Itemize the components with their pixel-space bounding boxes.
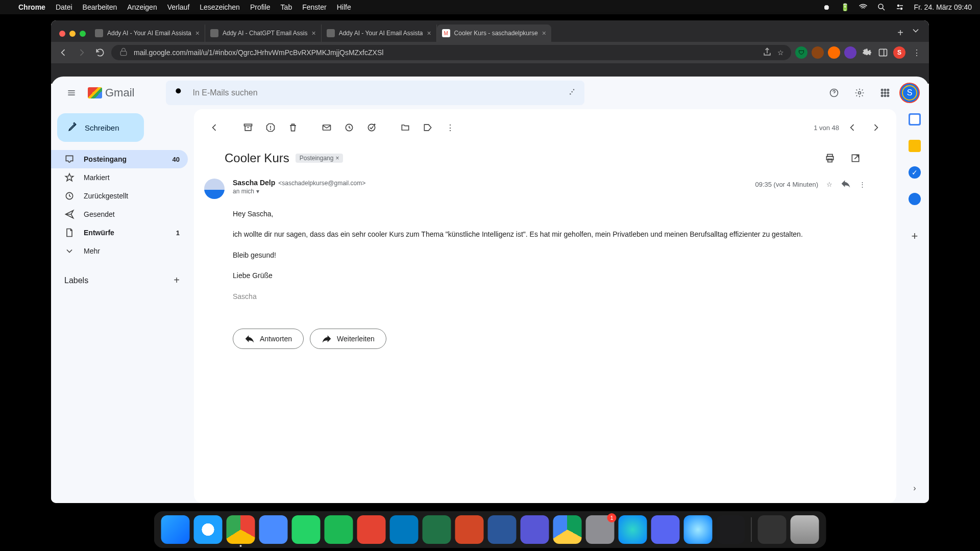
dock-word-icon[interactable] xyxy=(488,515,517,544)
minimize-window-button[interactable] xyxy=(69,31,76,37)
recording-icon[interactable]: ⏺ xyxy=(822,3,831,12)
gmail-logo[interactable]: Gmail xyxy=(88,86,134,99)
extension-3-icon[interactable] xyxy=(828,46,840,59)
wifi-icon[interactable] xyxy=(859,3,868,12)
new-tab-button[interactable]: + xyxy=(890,27,911,42)
menubar-datetime[interactable]: Fr. 24. März 09:40 xyxy=(914,3,972,11)
contacts-addon-icon[interactable] xyxy=(909,193,921,205)
dock-safari-icon[interactable] xyxy=(194,515,223,544)
message-more-button[interactable]: ⋮ xyxy=(859,181,866,188)
bookmark-star-icon[interactable]: ☆ xyxy=(777,48,784,57)
sidebar-item-mehr[interactable]: Mehr xyxy=(51,242,188,260)
dock-finder-icon[interactable] xyxy=(161,515,190,544)
prev-mail-button[interactable] xyxy=(842,117,863,138)
dock-launchpad-icon[interactable] xyxy=(758,515,787,544)
support-icon[interactable] xyxy=(824,83,844,103)
profile-avatar-icon[interactable]: S xyxy=(893,46,905,59)
open-new-window-button[interactable] xyxy=(845,148,866,168)
side-panel-icon[interactable] xyxy=(877,46,889,59)
settings-icon[interactable] xyxy=(849,83,870,103)
star-message-button[interactable]: ☆ xyxy=(826,181,832,188)
dock-imovie-icon[interactable] xyxy=(521,515,549,544)
tab-close-icon[interactable]: × xyxy=(311,29,315,37)
add-label-button[interactable]: + xyxy=(174,274,180,286)
browser-tab[interactable]: Addy AI - Your AI Email Assista× xyxy=(322,24,437,42)
google-apps-icon[interactable] xyxy=(875,83,895,103)
back-button[interactable] xyxy=(56,45,70,60)
report-spam-button[interactable] xyxy=(260,117,281,138)
forward-button-bottom[interactable]: Weiterleiten xyxy=(310,329,386,349)
snooze-button[interactable] xyxy=(339,117,359,138)
calendar-addon-icon[interactable] xyxy=(909,113,921,126)
dock-zoom-icon[interactable] xyxy=(259,515,288,544)
tab-close-icon[interactable]: × xyxy=(427,29,431,37)
menu-profile[interactable]: Profile xyxy=(250,3,271,11)
chip-remove-icon[interactable]: × xyxy=(335,155,339,162)
menu-bearbeiten[interactable]: Bearbeiten xyxy=(83,3,117,11)
menu-tab[interactable]: Tab xyxy=(281,3,292,11)
extension-2-icon[interactable] xyxy=(812,46,824,59)
dock-trash-icon[interactable] xyxy=(791,515,819,544)
address-bar[interactable]: mail.google.com/mail/u/1/#inbox/QgrcJHrh… xyxy=(111,45,791,60)
extension-4-icon[interactable] xyxy=(844,46,856,59)
reply-icon-button[interactable] xyxy=(841,179,851,190)
sidebar-item-entwürfe[interactable]: Entwürfe1 xyxy=(51,223,188,242)
control-center-icon[interactable] xyxy=(895,3,904,12)
reload-button[interactable] xyxy=(93,45,107,60)
browser-tab[interactable]: Addy AI - ChatGPT Email Assis× xyxy=(205,24,322,42)
inbox-label-chip[interactable]: Posteingang × xyxy=(296,154,344,163)
spotlight-icon[interactable] xyxy=(877,3,886,12)
keep-addon-icon[interactable] xyxy=(909,140,921,152)
dock-quicktime-icon[interactable] xyxy=(684,515,713,544)
share-icon[interactable] xyxy=(762,47,772,59)
recipient-dropdown-icon[interactable]: ▾ xyxy=(256,188,259,195)
battery-icon[interactable]: 🔋 xyxy=(840,3,849,12)
collapse-panel-button[interactable]: › xyxy=(913,484,916,493)
menu-verlauf[interactable]: Verlauf xyxy=(167,3,190,11)
close-window-button[interactable] xyxy=(59,31,65,37)
get-addons-button[interactable]: + xyxy=(912,230,918,243)
back-to-inbox-button[interactable] xyxy=(204,117,225,138)
main-menu-button[interactable] xyxy=(61,83,82,103)
reply-button[interactable]: Antworten xyxy=(233,329,304,349)
labels-button[interactable] xyxy=(418,117,438,138)
dock-powerpoint-icon[interactable] xyxy=(455,515,484,544)
dock-drive-icon[interactable] xyxy=(553,515,582,544)
browser-tab[interactable]: Addy AI - Your AI Email Assista× xyxy=(90,24,205,42)
tasks-addon-icon[interactable] xyxy=(909,166,921,179)
dock-voice-icon[interactable] xyxy=(717,515,745,544)
search-options-icon[interactable] xyxy=(566,87,576,99)
dock-spotify-icon[interactable] xyxy=(325,515,353,544)
menu-hilfe[interactable]: Hilfe xyxy=(337,3,351,11)
browser-tab[interactable]: MCooler Kurs - saschadelpkurse× xyxy=(437,24,551,42)
dock-todoist-icon[interactable] xyxy=(357,515,386,544)
tab-close-icon[interactable]: × xyxy=(195,29,200,37)
more-actions-button[interactable]: ⋮ xyxy=(440,117,460,138)
menubar-app-name[interactable]: Chrome xyxy=(18,3,45,11)
add-to-tasks-button[interactable] xyxy=(361,117,382,138)
dock-siri-icon[interactable] xyxy=(619,515,647,544)
menu-fenster[interactable]: Fenster xyxy=(302,3,326,11)
search-icon[interactable] xyxy=(174,87,184,99)
mark-unread-button[interactable] xyxy=(316,117,337,138)
compose-button[interactable]: Schreiben xyxy=(57,113,144,142)
sidebar-item-posteingang[interactable]: Posteingang40 xyxy=(51,150,188,168)
archive-button[interactable] xyxy=(238,117,258,138)
extensions-puzzle-icon[interactable] xyxy=(861,46,873,59)
dock-excel-icon[interactable] xyxy=(423,515,451,544)
sidebar-item-zurückgestellt[interactable]: Zurückgestellt xyxy=(51,187,188,205)
dock-discord-icon[interactable] xyxy=(651,515,680,544)
dock-whatsapp-icon[interactable] xyxy=(292,515,321,544)
tab-overflow-button[interactable] xyxy=(911,26,929,42)
tab-close-icon[interactable]: × xyxy=(542,29,546,37)
account-avatar[interactable]: S xyxy=(900,84,919,102)
move-to-button[interactable] xyxy=(395,117,415,138)
sidebar-item-gesendet[interactable]: Gesendet xyxy=(51,205,188,223)
menu-datei[interactable]: Datei xyxy=(56,3,72,11)
sender-avatar[interactable] xyxy=(204,179,225,199)
sidebar-item-markiert[interactable]: Markiert xyxy=(51,168,188,187)
menu-anzeigen[interactable]: Anzeigen xyxy=(127,3,157,11)
print-button[interactable] xyxy=(820,148,840,168)
dock-chrome-icon[interactable] xyxy=(227,515,255,544)
next-mail-button[interactable] xyxy=(866,117,886,138)
